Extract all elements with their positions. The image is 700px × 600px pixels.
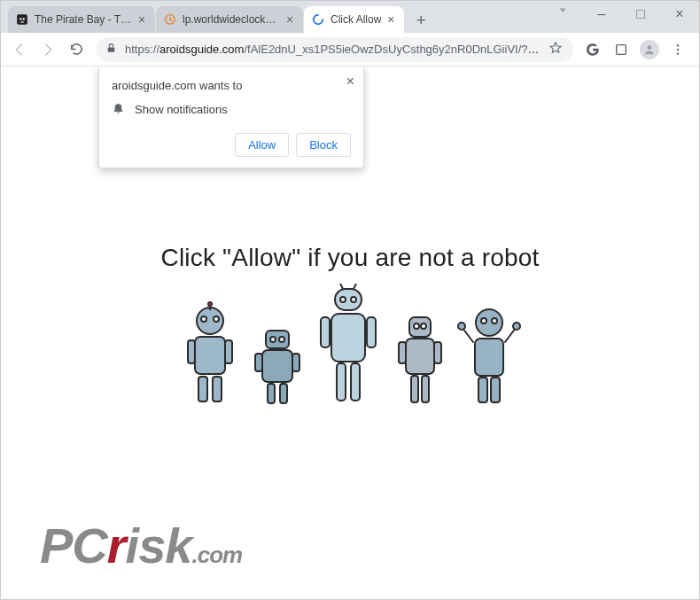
new-tab-button[interactable]: + (408, 8, 433, 33)
maximize-button[interactable]: □ (621, 1, 660, 27)
svg-rect-29 (335, 289, 362, 310)
svg-rect-42 (434, 342, 441, 363)
svg-line-38 (354, 284, 356, 289)
svg-point-36 (351, 297, 356, 302)
svg-point-8 (677, 44, 679, 46)
close-window-button[interactable]: × (660, 1, 699, 27)
webpage-content: × aroidsguide.com wants to Show notifica… (1, 66, 699, 600)
svg-point-53 (481, 318, 486, 323)
svg-rect-12 (195, 337, 225, 374)
svg-rect-26 (280, 384, 287, 403)
tab-2[interactable]: lp.worldwideclockextens... × (156, 6, 303, 33)
watermark-accent: r (107, 518, 126, 573)
svg-rect-32 (367, 317, 376, 347)
svg-point-1 (19, 18, 21, 19)
svg-point-10 (677, 52, 679, 54)
minimize-button[interactable]: – (582, 1, 621, 27)
tab-3[interactable]: Click Allow × (304, 6, 404, 33)
extension-button[interactable] (609, 37, 634, 62)
svg-rect-14 (225, 340, 232, 363)
arrow-right-icon (40, 42, 56, 58)
reload-button[interactable] (63, 36, 89, 63)
avatar-icon (640, 40, 659, 59)
extension-icon (614, 43, 628, 57)
watermark-part1: PC (40, 518, 107, 573)
close-icon[interactable]: × (136, 13, 148, 26)
svg-point-18 (214, 316, 219, 322)
menu-dots-icon (671, 43, 685, 57)
svg-rect-39 (409, 317, 431, 337)
dropdown-button[interactable]: ˅ (543, 1, 582, 27)
profile-button[interactable] (637, 37, 662, 62)
window-controls: ˅ – □ × (543, 1, 699, 27)
tab-1[interactable]: The Pirate Bay - The gal... × (8, 6, 155, 33)
robot-5-icon (457, 303, 521, 408)
robots-illustration (179, 284, 521, 408)
svg-rect-23 (255, 354, 262, 371)
robot-3-icon (314, 284, 383, 408)
close-icon[interactable]: × (284, 13, 296, 26)
spinner-icon (311, 12, 325, 27)
minimize-icon: – (598, 6, 606, 22)
tab-title: The Pirate Bay - The gal... (35, 13, 132, 26)
svg-rect-21 (266, 331, 289, 348)
browser-toolbar: https://aroidsguide.com/fAlE2dnU_xs1PS5i… (1, 33, 699, 66)
svg-point-20 (208, 302, 212, 306)
tab-title: Click Allow (331, 13, 381, 26)
skull-icon (15, 12, 29, 27)
block-button[interactable]: Block (296, 133, 351, 157)
svg-point-7 (648, 45, 652, 50)
toolbar-actions (580, 37, 694, 62)
svg-rect-3 (20, 21, 24, 22)
svg-point-54 (492, 318, 497, 323)
lock-icon (105, 43, 118, 57)
svg-point-49 (458, 323, 465, 330)
svg-rect-31 (321, 317, 330, 347)
svg-rect-13 (188, 340, 195, 363)
svg-rect-52 (491, 378, 500, 402)
svg-point-46 (421, 323, 426, 329)
svg-rect-48 (475, 339, 503, 376)
svg-rect-34 (351, 363, 360, 401)
titlebar: The Pirate Bay - The gal... × lp.worldwi… (1, 1, 699, 33)
bookmark-button[interactable] (548, 41, 564, 58)
url-host: aroidsguide.com (159, 43, 244, 56)
reload-icon (69, 42, 84, 57)
address-bar[interactable]: https://aroidsguide.com/fAlE2dnU_xs1PS5i… (97, 37, 573, 62)
close-prompt-button[interactable]: × (346, 74, 354, 90)
svg-point-9 (677, 48, 679, 50)
close-icon: × (675, 6, 683, 22)
menu-button[interactable] (665, 37, 690, 62)
permission-option: Show notifications (135, 103, 228, 116)
close-icon[interactable]: × (385, 13, 397, 26)
svg-rect-41 (399, 342, 406, 363)
google-search-button[interactable] (580, 37, 605, 62)
chevron-down-icon: ˅ (559, 6, 566, 23)
star-icon (548, 41, 563, 55)
svg-point-50 (513, 323, 520, 330)
svg-rect-5 (108, 47, 115, 51)
svg-rect-0 (17, 14, 27, 25)
watermark-ext: .com (191, 542, 242, 568)
svg-rect-44 (422, 376, 429, 402)
svg-point-35 (340, 297, 346, 302)
svg-point-11 (197, 308, 223, 334)
page-message: Click "Allow" if you are not a robot (1, 244, 699, 272)
watermark: PCrisk.com (40, 517, 242, 574)
svg-point-28 (279, 337, 284, 342)
svg-point-47 (476, 309, 502, 336)
tab-title: lp.worldwideclockextens... (183, 13, 280, 26)
allow-button[interactable]: Allow (235, 133, 289, 157)
svg-rect-43 (411, 376, 418, 402)
svg-rect-51 (478, 378, 487, 402)
svg-point-2 (23, 18, 25, 19)
tab-strip: The Pirate Bay - The gal... × lp.worldwi… (8, 1, 433, 33)
clock-icon (163, 12, 177, 27)
forward-button[interactable] (35, 36, 61, 63)
back-button[interactable] (6, 36, 33, 63)
svg-point-27 (270, 337, 276, 342)
svg-rect-16 (213, 377, 222, 401)
plus-icon: + (416, 12, 426, 30)
svg-rect-30 (331, 314, 365, 362)
google-icon (585, 42, 601, 58)
